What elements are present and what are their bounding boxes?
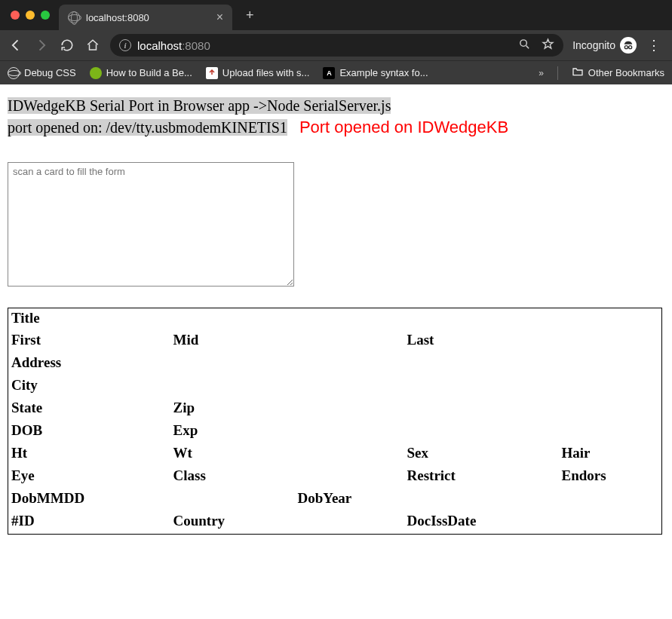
svg-point-2 (629, 46, 632, 49)
bookmark-how-to-build[interactable]: How to Build a Be... (90, 67, 192, 79)
field-eye: Eye (8, 466, 170, 489)
field-zip: Zip (170, 398, 662, 421)
new-tab-button[interactable]: + (240, 5, 260, 26)
table-row: Eye Class Restrict Endors (8, 466, 662, 489)
divider (557, 66, 558, 80)
zoom-icon[interactable] (518, 38, 531, 53)
incognito-label: Incognito (572, 39, 615, 51)
table-row: Address (8, 353, 662, 375)
forward-button[interactable] (33, 38, 50, 53)
incognito-badge: Incognito (572, 37, 637, 54)
back-button[interactable] (8, 38, 24, 53)
field-docissdate: DocIssDate (404, 511, 559, 534)
bookmark-label: How to Build a Be... (106, 67, 192, 78)
url-port: :8080 (182, 39, 210, 52)
globe-icon (68, 11, 80, 23)
bookmark-label: Debug CSS (24, 67, 76, 78)
bookmark-label: Example syntax fo... (339, 67, 428, 78)
field-class: Class (170, 466, 295, 489)
leaf-icon (90, 67, 102, 79)
field-mid: Mid (170, 330, 295, 353)
field-dobyear: DobYear (295, 489, 404, 511)
table-row: DobMMDD DobYear (8, 489, 662, 511)
field-country: Country (170, 511, 295, 534)
maximize-window-button[interactable] (41, 11, 50, 20)
site-info-icon[interactable]: i (119, 39, 131, 51)
svg-point-0 (520, 40, 527, 47)
field-id: #ID (8, 511, 170, 534)
field-last: Last (404, 330, 559, 353)
table-row: Title (8, 308, 662, 330)
field-first: First (8, 330, 170, 353)
address-bar[interactable]: i localhost:8080 (110, 34, 563, 57)
bookmark-star-icon[interactable] (542, 38, 554, 53)
upload-icon (206, 67, 218, 79)
right-controls: Incognito ⋮ (572, 37, 664, 54)
field-wt: Wt (170, 443, 295, 466)
minimize-window-button[interactable] (26, 11, 35, 20)
url-display: localhost:8080 (137, 39, 210, 52)
browser-tab[interactable]: localhost:8080 × (59, 5, 232, 30)
bookmark-debug-css[interactable]: Debug CSS (8, 67, 76, 79)
window-controls (6, 11, 50, 20)
table-row: First Mid Last (8, 330, 662, 353)
field-dob: DOB (8, 421, 170, 443)
field-address: Address (8, 353, 662, 375)
home-button[interactable] (84, 38, 101, 52)
reload-button[interactable] (59, 38, 75, 52)
globe-icon (8, 67, 20, 79)
bookmark-label: Upload files with s... (222, 67, 310, 78)
close-tab-button[interactable]: × (216, 11, 223, 23)
field-city: City (8, 375, 662, 398)
field-sex: Sex (404, 443, 559, 466)
folder-icon (572, 66, 584, 80)
bookmarks-bar: Debug CSS How to Build a Be... Upload fi… (0, 60, 672, 84)
browser-menu-button[interactable]: ⋮ (644, 37, 664, 54)
port-status-message: Port opened on IDWedgeKB (299, 118, 508, 136)
table-row: #ID Country DocIssDate (8, 511, 662, 534)
header-line-1: IDWedgeKB Serial Port in Browser app ->N… (8, 97, 391, 114)
table-row: State Zip (8, 398, 662, 421)
form-table: Title First Mid Last Address City State … (8, 308, 662, 535)
header-block: IDWedgeKB Serial Port in Browser app ->N… (8, 95, 664, 139)
table-row: City (8, 375, 662, 398)
browser-chrome: localhost:8080 × + i localhost:8080 (0, 0, 672, 84)
field-title: Title (8, 308, 662, 330)
url-host: localhost (137, 39, 182, 52)
header-line-2: port opened on: /dev/tty.usbmodemKINETIS… (8, 119, 287, 136)
code-icon: A (323, 67, 335, 79)
field-state: State (8, 398, 170, 421)
scan-textarea[interactable] (8, 162, 294, 287)
incognito-icon (620, 37, 637, 54)
bookmark-example-syntax[interactable]: A Example syntax fo... (323, 67, 428, 79)
field-dobmmdd: DobMMDD (8, 489, 170, 511)
bookmark-upload-files[interactable]: Upload files with s... (206, 67, 310, 79)
tab-title: localhost:8080 (86, 12, 210, 23)
svg-point-1 (624, 46, 628, 49)
titlebar: localhost:8080 × + (0, 0, 672, 30)
field-exp: Exp (170, 421, 662, 443)
other-bookmarks-label: Other Bookmarks (588, 67, 664, 78)
field-hair: Hair (559, 443, 662, 466)
toolbar: i localhost:8080 Incognito ⋮ (0, 30, 672, 60)
field-endors: Endors (559, 466, 662, 489)
close-window-button[interactable] (11, 11, 20, 20)
field-ht: Ht (8, 443, 170, 466)
page-content: IDWedgeKB Serial Port in Browser app ->N… (0, 84, 672, 545)
table-row: Ht Wt Sex Hair (8, 443, 662, 466)
table-row: DOB Exp (8, 421, 662, 443)
field-restrict: Restrict (404, 466, 559, 489)
bookmarks-overflow-button[interactable]: » (539, 68, 544, 78)
other-bookmarks-button[interactable]: Other Bookmarks (572, 66, 664, 80)
